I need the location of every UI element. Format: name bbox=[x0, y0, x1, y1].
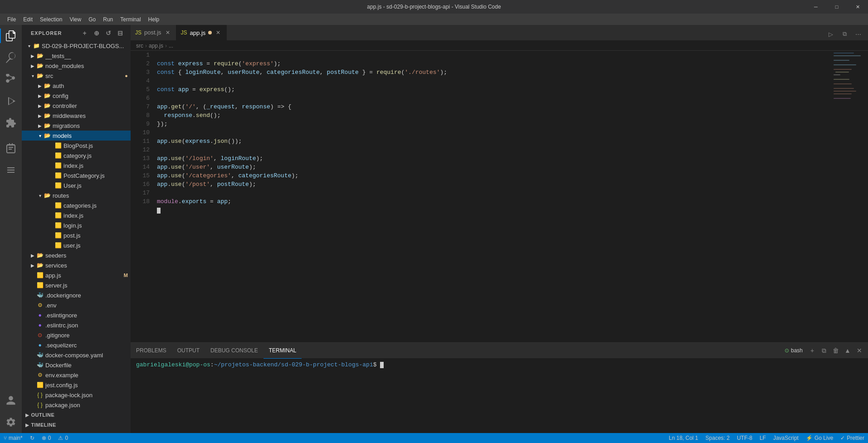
status-spaces[interactable]: Spaces: 2 bbox=[702, 433, 733, 443]
routes-arrow: ▾ bbox=[36, 192, 44, 199]
sidebar-item-categories-route[interactable]: 🟨 categories.js bbox=[22, 200, 131, 210]
close-button[interactable]: ✕ bbox=[847, 0, 868, 14]
accounts-activity-icon[interactable] bbox=[0, 389, 22, 411]
status-golive[interactable]: ⚡ Go Live bbox=[802, 433, 837, 443]
remote-explorer-icon[interactable] bbox=[0, 159, 22, 181]
split-terminal-button[interactable]: ⧉ bbox=[819, 346, 829, 355]
panel-tab-debug-console[interactable]: DEBUG CONSOLE bbox=[205, 343, 263, 359]
status-eol[interactable]: LF bbox=[756, 433, 770, 443]
sidebar-item-migrations[interactable]: ▶ 📂 migrations bbox=[22, 121, 131, 131]
terminal-content[interactable]: gabrielgaleski@pop-os:~/projetos-backend… bbox=[131, 359, 868, 433]
breadcrumb-app-js[interactable]: app.js bbox=[149, 43, 163, 49]
sidebar-item-app-js[interactable]: 🟨 app.js M bbox=[22, 270, 131, 280]
sidebar-item-jest-config[interactable]: 🟨 jest.config.js bbox=[22, 380, 131, 390]
post-js-tab-close[interactable]: ✕ bbox=[164, 29, 171, 36]
menu-run[interactable]: Run bbox=[99, 15, 117, 24]
timeline-section-header[interactable]: ▶ TIMELINE bbox=[22, 420, 131, 430]
minimize-button[interactable]: ─ bbox=[805, 0, 826, 14]
sidebar-item-index-routes[interactable]: 🟨 index.js bbox=[22, 210, 131, 220]
menu-go[interactable]: Go bbox=[85, 15, 99, 24]
sidebar-item-config[interactable]: ▶ 📂 config bbox=[22, 91, 131, 101]
sidebar-item-gitignore[interactable]: ⊙ .gitignore bbox=[22, 330, 131, 340]
models-label: models bbox=[53, 132, 131, 139]
breadcrumb-ellipsis[interactable]: ... bbox=[169, 43, 173, 49]
sidebar-item-login-route[interactable]: 🟨 login.js bbox=[22, 220, 131, 230]
collapse-button[interactable]: ⊟ bbox=[115, 28, 125, 38]
node-modules-folder-icon: 📂 bbox=[36, 62, 44, 69]
breadcrumb-src[interactable]: src bbox=[136, 43, 143, 49]
project-root[interactable]: ▾ 📁 SD-029-B-PROJECT-BLOGS... bbox=[22, 41, 131, 51]
app-js-tab-close[interactable]: ✕ bbox=[215, 29, 222, 36]
new-folder-button[interactable]: ⊕ bbox=[92, 28, 102, 38]
sidebar-item-controller[interactable]: ▶ 📂 controller bbox=[22, 101, 131, 111]
testing-activity-icon[interactable] bbox=[0, 137, 22, 159]
panel-tab-terminal[interactable]: TERMINAL bbox=[263, 343, 302, 359]
sidebar-item-services[interactable]: ▶ 📂 services bbox=[22, 260, 131, 270]
extensions-activity-icon[interactable] bbox=[0, 112, 22, 134]
explorer-activity-icon[interactable] bbox=[0, 25, 22, 47]
sidebar-item-auth[interactable]: ▶ 📂 auth bbox=[22, 81, 131, 91]
tab-post-js[interactable]: JS post.js ✕ bbox=[131, 25, 176, 40]
more-actions-button[interactable]: ⋯ bbox=[852, 28, 864, 40]
sidebar-item-sequelizerc[interactable]: ● .sequelizerc bbox=[22, 340, 131, 350]
status-language[interactable]: JavaScript bbox=[770, 433, 802, 443]
app-js-icon: 🟨 bbox=[36, 272, 44, 279]
status-sync[interactable]: ↻ bbox=[26, 433, 38, 443]
split-editor-button[interactable]: ⧉ bbox=[838, 28, 851, 40]
sidebar-item-postcategory[interactable]: 🟨 PostCategory.js bbox=[22, 170, 131, 180]
menu-help[interactable]: Help bbox=[145, 15, 163, 24]
menu-file[interactable]: File bbox=[4, 15, 20, 24]
search-activity-icon[interactable] bbox=[0, 47, 22, 68]
sidebar-item-post-route[interactable]: 🟨 post.js bbox=[22, 230, 131, 240]
menu-selection[interactable]: Selection bbox=[36, 15, 66, 24]
sidebar-item-src[interactable]: ▾ 📂 src ● bbox=[22, 71, 131, 81]
sidebar-item-category[interactable]: 🟨 category.js bbox=[22, 151, 131, 161]
code-editor[interactable]: const express = require('express'); cons… bbox=[153, 51, 832, 342]
new-file-button[interactable]: + bbox=[80, 28, 90, 38]
sidebar-item-user-route[interactable]: 🟨 user.js bbox=[22, 240, 131, 250]
status-errors[interactable]: ⊗ 0 bbox=[38, 433, 55, 443]
panel-tab-output[interactable]: OUTPUT bbox=[172, 343, 205, 359]
source-control-activity-icon[interactable] bbox=[0, 68, 22, 90]
status-prettier[interactable]: ✓ Prettier bbox=[837, 433, 868, 443]
sidebar-item-env[interactable]: ⚙ .env bbox=[22, 300, 131, 310]
sidebar-item-eslintignore[interactable]: ● .eslintignore bbox=[22, 310, 131, 320]
status-encoding[interactable]: UTF-8 bbox=[733, 433, 756, 443]
add-terminal-button[interactable]: + bbox=[807, 346, 817, 355]
status-branch[interactable]: ⑂ main* bbox=[0, 433, 26, 443]
close-panel-button[interactable]: ✕ bbox=[854, 346, 864, 355]
language-label: JavaScript bbox=[773, 435, 799, 441]
sidebar-item-package-lock[interactable]: { } package-lock.json bbox=[22, 390, 131, 400]
tab-app-js[interactable]: JS app.js ✕ bbox=[176, 25, 227, 40]
sidebar-item-dockerfile[interactable]: 🐳 Dockerfile bbox=[22, 360, 131, 370]
menu-terminal[interactable]: Terminal bbox=[117, 15, 144, 24]
run-debug-activity-icon[interactable] bbox=[0, 90, 22, 112]
sidebar-item-server-js[interactable]: 🟨 server.js bbox=[22, 280, 131, 290]
maximize-panel-button[interactable]: ▲ bbox=[843, 346, 853, 355]
sidebar-item-blogpost[interactable]: 🟨 BlogPost.js bbox=[22, 141, 131, 151]
menu-edit[interactable]: Edit bbox=[20, 15, 36, 24]
menu-view[interactable]: View bbox=[66, 15, 85, 24]
status-position[interactable]: Ln 18, Col 1 bbox=[665, 433, 702, 443]
sidebar-item-dockerignore[interactable]: 🐳 .dockerignore bbox=[22, 290, 131, 300]
panel-tab-problems[interactable]: PROBLEMS bbox=[131, 343, 172, 359]
sidebar-item-package-json[interactable]: { } package.json bbox=[22, 400, 131, 410]
refresh-button[interactable]: ↺ bbox=[103, 28, 113, 38]
sidebar-item-routes[interactable]: ▾ 📂 routes bbox=[22, 190, 131, 200]
sidebar-item-models[interactable]: ▾ 📂 models bbox=[22, 131, 131, 141]
sidebar-item-node-modules[interactable]: ▶ 📂 node_modules bbox=[22, 61, 131, 71]
sidebar-item-user-model[interactable]: 🟨 User.js bbox=[22, 180, 131, 190]
maximize-button[interactable]: □ bbox=[826, 0, 847, 14]
sidebar-item-env-example[interactable]: ⚙ env.example bbox=[22, 370, 131, 380]
outline-section-header[interactable]: ▶ OUTLINE bbox=[22, 410, 131, 420]
status-warnings[interactable]: ⚠ 0 bbox=[54, 433, 72, 443]
sidebar-item-docker-compose[interactable]: 🐳 docker-compose.yaml bbox=[22, 350, 131, 360]
sidebar-item-seeders[interactable]: ▶ 📂 seeders bbox=[22, 250, 131, 260]
sidebar-item-index-models[interactable]: 🟨 index.js bbox=[22, 161, 131, 170]
sidebar-item-eslintrc[interactable]: ● .eslintrc.json bbox=[22, 320, 131, 330]
run-editor-button[interactable]: ▷ bbox=[824, 28, 837, 40]
sidebar-item-tests[interactable]: ▶ 📂 __tests__ bbox=[22, 51, 131, 61]
settings-activity-icon[interactable] bbox=[0, 411, 22, 433]
trash-terminal-button[interactable]: 🗑 bbox=[831, 346, 841, 355]
sidebar-item-middlewares[interactable]: ▶ 📂 middlewares bbox=[22, 111, 131, 121]
